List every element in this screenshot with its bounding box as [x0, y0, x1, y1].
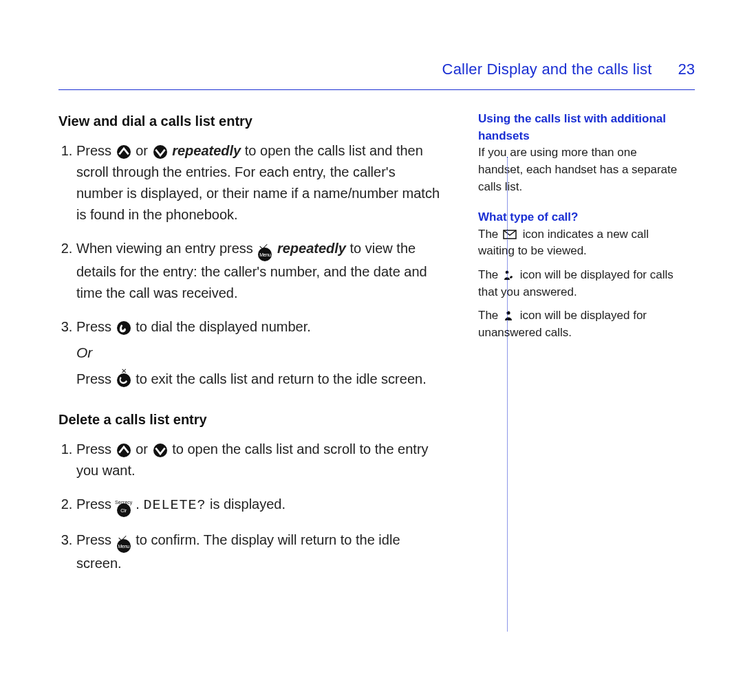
- step-1: Press or repeatedly to open the calls li…: [76, 140, 440, 226]
- menu-key-icon: [117, 539, 131, 553]
- talk-key-icon: [117, 321, 131, 335]
- text: to exit the calls list and return to the…: [136, 371, 426, 386]
- display-text: DELETE?: [143, 497, 206, 513]
- text: The: [478, 309, 502, 322]
- text: The: [478, 228, 502, 241]
- text-emph: repeatedly: [277, 241, 346, 256]
- person-phone-icon: [503, 270, 514, 281]
- text: Press: [76, 532, 116, 547]
- exit-key-icon: [117, 373, 131, 387]
- side-column: Using the calls list with additional han…: [478, 111, 678, 593]
- text: Press: [76, 143, 116, 158]
- step-3: Press to dial the displayed number. Or P…: [76, 316, 440, 390]
- del-step-2: Press Secrecy . DELETE? is displayed.: [76, 494, 440, 517]
- section-title: Caller Display and the calls list: [442, 61, 652, 78]
- text: is displayed.: [210, 496, 286, 512]
- text: The: [478, 268, 502, 281]
- down-key-icon: [153, 444, 167, 457]
- heading-delete: Delete a calls list entry: [58, 409, 440, 430]
- side-heading-2: What type of call?: [478, 210, 578, 223]
- text: Press: [76, 319, 116, 334]
- menu-key-icon: [258, 248, 272, 261]
- or-label: Or: [76, 342, 440, 364]
- text: Press: [76, 496, 116, 512]
- header-rule: [58, 89, 695, 90]
- down-key-icon: [153, 145, 167, 159]
- text-emph: repeatedly: [172, 143, 241, 158]
- heading-view-dial: View and dial a calls list entry: [58, 111, 440, 132]
- up-key-icon: [117, 145, 131, 159]
- text: or: [136, 143, 151, 158]
- main-column: View and dial a calls list entry Press o…: [58, 111, 440, 593]
- person-icon: [503, 310, 514, 321]
- text: Press: [76, 441, 116, 457]
- text: Press: [76, 371, 116, 386]
- up-key-icon: [117, 444, 131, 457]
- del-step-3: Press to confirm. The display will retur…: [76, 529, 440, 574]
- side-heading-1: Using the calls list with additional han…: [478, 112, 666, 142]
- running-head: Caller Display and the calls list 23: [58, 61, 695, 85]
- text: .: [136, 496, 143, 512]
- text: When viewing an entry press: [76, 241, 257, 256]
- del-step-1: Press or to open the calls list and scro…: [76, 439, 440, 481]
- text: to open the calls list and then scroll t…: [76, 143, 440, 222]
- step-2: When viewing an entry press repeatedly t…: [76, 238, 440, 304]
- column-divider: [507, 157, 508, 631]
- text: or: [136, 441, 151, 457]
- text: to dial the displayed number.: [136, 319, 311, 334]
- clr-key-icon: Secrecy: [117, 503, 131, 517]
- side-text: If you are using more than one handset, …: [478, 146, 677, 193]
- page-number: 23: [678, 61, 695, 78]
- envelope-icon: [503, 230, 517, 239]
